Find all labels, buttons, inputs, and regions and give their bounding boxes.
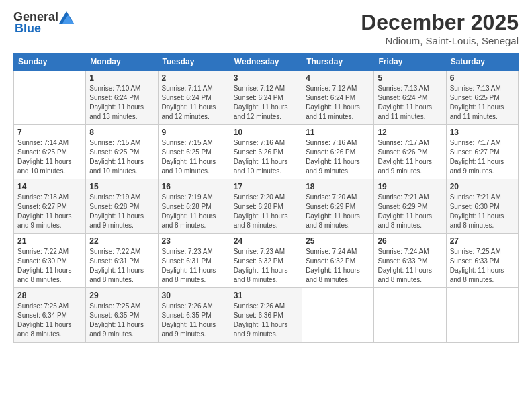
day-number: 1	[89, 73, 154, 83]
table-row: 31Sunrise: 7:26 AMSunset: 6:36 PMDayligh…	[230, 288, 302, 342]
header-saturday: Saturday	[446, 54, 518, 71]
table-row: 9Sunrise: 7:15 AMSunset: 6:25 PMDaylight…	[158, 125, 230, 179]
header-sunday: Sunday	[14, 54, 86, 71]
table-row: 22Sunrise: 7:22 AMSunset: 6:31 PMDayligh…	[86, 234, 158, 288]
day-number: 2	[162, 73, 226, 83]
day-info: Sunrise: 7:21 AMSunset: 6:29 PMDaylight:…	[378, 193, 442, 230]
day-info: Sunrise: 7:25 AMSunset: 6:34 PMDaylight:…	[17, 302, 82, 339]
day-number: 9	[162, 128, 226, 137]
day-info: Sunrise: 7:20 AMSunset: 6:29 PMDaylight:…	[306, 193, 370, 230]
main-title: December 2025	[361, 10, 519, 35]
day-number: 26	[378, 236, 442, 246]
header-thursday: Thursday	[302, 54, 374, 71]
table-row: 17Sunrise: 7:20 AMSunset: 6:28 PMDayligh…	[230, 179, 302, 234]
subtitle: Ndioum, Saint-Louis, Senegal	[361, 35, 519, 46]
day-number: 21	[17, 236, 82, 246]
table-row: 8Sunrise: 7:15 AMSunset: 6:25 PMDaylight…	[86, 125, 158, 179]
table-row: 5Sunrise: 7:13 AMSunset: 6:24 PMDaylight…	[374, 71, 446, 125]
day-number: 20	[450, 182, 515, 191]
day-info: Sunrise: 7:17 AMSunset: 6:27 PMDaylight:…	[450, 138, 515, 176]
day-info: Sunrise: 7:19 AMSunset: 6:28 PMDaylight:…	[89, 193, 154, 230]
day-info: Sunrise: 7:24 AMSunset: 6:33 PMDaylight:…	[378, 247, 442, 285]
calendar-week-row: 28Sunrise: 7:25 AMSunset: 6:34 PMDayligh…	[14, 288, 519, 342]
day-info: Sunrise: 7:15 AMSunset: 6:25 PMDaylight:…	[89, 138, 154, 176]
day-info: Sunrise: 7:15 AMSunset: 6:25 PMDaylight:…	[162, 138, 226, 176]
day-info: Sunrise: 7:19 AMSunset: 6:28 PMDaylight:…	[162, 193, 226, 230]
table-row: 15Sunrise: 7:19 AMSunset: 6:28 PMDayligh…	[86, 179, 158, 234]
table-row: 13Sunrise: 7:17 AMSunset: 6:27 PMDayligh…	[446, 125, 518, 179]
day-number: 31	[234, 291, 298, 300]
table-row: 1Sunrise: 7:10 AMSunset: 6:24 PMDaylight…	[86, 71, 158, 125]
calendar-week-row: 14Sunrise: 7:18 AMSunset: 6:27 PMDayligh…	[14, 179, 519, 234]
table-row: 4Sunrise: 7:12 AMSunset: 6:24 PMDaylight…	[302, 71, 374, 125]
day-info: Sunrise: 7:13 AMSunset: 6:24 PMDaylight:…	[378, 84, 442, 122]
day-info: Sunrise: 7:21 AMSunset: 6:30 PMDaylight:…	[450, 193, 515, 230]
day-info: Sunrise: 7:17 AMSunset: 6:26 PMDaylight:…	[378, 138, 442, 176]
calendar-week-row: 1Sunrise: 7:10 AMSunset: 6:24 PMDaylight…	[14, 71, 519, 125]
table-row	[14, 71, 86, 125]
day-info: Sunrise: 7:22 AMSunset: 6:30 PMDaylight:…	[17, 247, 82, 285]
day-number: 11	[306, 128, 370, 137]
day-info: Sunrise: 7:22 AMSunset: 6:31 PMDaylight:…	[89, 247, 154, 285]
logo-icon	[59, 11, 74, 24]
header-friday: Friday	[374, 54, 446, 71]
table-row	[446, 288, 518, 342]
day-info: Sunrise: 7:23 AMSunset: 6:31 PMDaylight:…	[162, 247, 226, 285]
day-number: 16	[162, 182, 226, 191]
logo: General Blue	[13, 10, 75, 36]
day-number: 25	[306, 236, 370, 246]
logo-blue-text: Blue	[15, 21, 41, 36]
table-row: 25Sunrise: 7:24 AMSunset: 6:32 PMDayligh…	[302, 234, 374, 288]
day-number: 27	[450, 236, 515, 246]
day-number: 7	[17, 128, 82, 137]
table-row: 6Sunrise: 7:13 AMSunset: 6:25 PMDaylight…	[446, 71, 518, 125]
day-number: 12	[378, 128, 442, 137]
table-row: 3Sunrise: 7:12 AMSunset: 6:24 PMDaylight…	[230, 71, 302, 125]
calendar-week-row: 21Sunrise: 7:22 AMSunset: 6:30 PMDayligh…	[14, 234, 519, 288]
table-row: 16Sunrise: 7:19 AMSunset: 6:28 PMDayligh…	[158, 179, 230, 234]
header-wednesday: Wednesday	[230, 54, 302, 71]
day-info: Sunrise: 7:23 AMSunset: 6:32 PMDaylight:…	[234, 247, 298, 285]
day-info: Sunrise: 7:26 AMSunset: 6:36 PMDaylight:…	[234, 302, 298, 339]
header-tuesday: Tuesday	[158, 54, 230, 71]
day-info: Sunrise: 7:12 AMSunset: 6:24 PMDaylight:…	[306, 84, 370, 122]
day-number: 3	[234, 73, 298, 83]
page: General Blue December 2025 Ndioum, Saint…	[0, 0, 532, 411]
day-number: 24	[234, 236, 298, 246]
table-row: 14Sunrise: 7:18 AMSunset: 6:27 PMDayligh…	[14, 179, 86, 234]
day-number: 8	[89, 128, 154, 137]
calendar-header-row: Sunday Monday Tuesday Wednesday Thursday…	[14, 54, 519, 71]
day-info: Sunrise: 7:10 AMSunset: 6:24 PMDaylight:…	[89, 84, 154, 122]
table-row: 19Sunrise: 7:21 AMSunset: 6:29 PMDayligh…	[374, 179, 446, 234]
table-row: 29Sunrise: 7:25 AMSunset: 6:35 PMDayligh…	[86, 288, 158, 342]
day-number: 29	[89, 291, 154, 300]
day-number: 6	[450, 73, 515, 83]
day-info: Sunrise: 7:25 AMSunset: 6:33 PMDaylight:…	[450, 247, 515, 285]
table-row: 26Sunrise: 7:24 AMSunset: 6:33 PMDayligh…	[374, 234, 446, 288]
header: General Blue December 2025 Ndioum, Saint…	[13, 10, 519, 46]
day-number: 15	[89, 182, 154, 191]
table-row	[374, 288, 446, 342]
table-row: 2Sunrise: 7:11 AMSunset: 6:24 PMDaylight…	[158, 71, 230, 125]
day-number: 17	[234, 182, 298, 191]
table-row: 18Sunrise: 7:20 AMSunset: 6:29 PMDayligh…	[302, 179, 374, 234]
day-info: Sunrise: 7:16 AMSunset: 6:26 PMDaylight:…	[306, 138, 370, 176]
table-row: 10Sunrise: 7:16 AMSunset: 6:26 PMDayligh…	[230, 125, 302, 179]
table-row: 12Sunrise: 7:17 AMSunset: 6:26 PMDayligh…	[374, 125, 446, 179]
table-row: 21Sunrise: 7:22 AMSunset: 6:30 PMDayligh…	[14, 234, 86, 288]
day-number: 28	[17, 291, 82, 300]
table-row: 20Sunrise: 7:21 AMSunset: 6:30 PMDayligh…	[446, 179, 518, 234]
day-number: 30	[162, 291, 226, 300]
calendar: Sunday Monday Tuesday Wednesday Thursday…	[13, 53, 519, 342]
header-monday: Monday	[86, 54, 158, 71]
day-number: 18	[306, 182, 370, 191]
table-row: 27Sunrise: 7:25 AMSunset: 6:33 PMDayligh…	[446, 234, 518, 288]
day-info: Sunrise: 7:13 AMSunset: 6:25 PMDaylight:…	[450, 84, 515, 122]
day-info: Sunrise: 7:14 AMSunset: 6:25 PMDaylight:…	[17, 138, 82, 176]
day-number: 13	[450, 128, 515, 137]
table-row: 7Sunrise: 7:14 AMSunset: 6:25 PMDaylight…	[14, 125, 86, 179]
table-row	[302, 288, 374, 342]
day-info: Sunrise: 7:25 AMSunset: 6:35 PMDaylight:…	[89, 302, 154, 339]
day-info: Sunrise: 7:12 AMSunset: 6:24 PMDaylight:…	[234, 84, 298, 122]
calendar-week-row: 7Sunrise: 7:14 AMSunset: 6:25 PMDaylight…	[14, 125, 519, 179]
